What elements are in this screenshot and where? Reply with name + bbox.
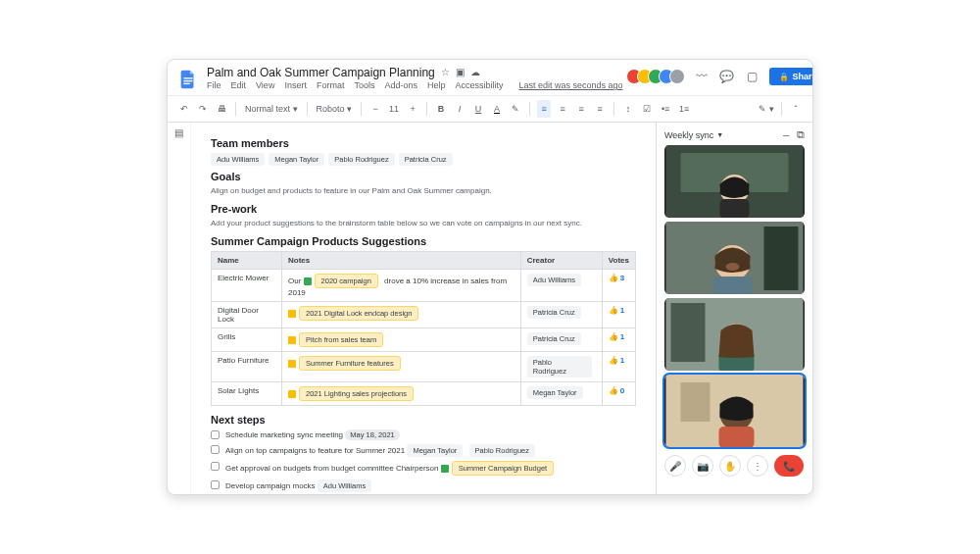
doc-link-chip[interactable]: Pitch from sales team bbox=[299, 332, 383, 347]
number-list-button[interactable]: 1≡ bbox=[677, 100, 691, 118]
vote-count[interactable]: 1 bbox=[609, 356, 629, 365]
doc-link-chip[interactable]: Summer Furniture features bbox=[299, 356, 401, 371]
doc-link-chip[interactable]: 2021 Lighting sales projections bbox=[299, 386, 414, 401]
star-icon[interactable]: ☆ bbox=[441, 68, 450, 77]
share-button[interactable]: Share bbox=[769, 68, 813, 85]
cell-notes: 2021 Lighting sales projections bbox=[282, 382, 521, 406]
align-justify-button[interactable]: ≡ bbox=[593, 100, 607, 118]
suggestions-table: NameNotesCreatorVotes Electric MowerOur … bbox=[211, 251, 636, 406]
person-chip[interactable]: Adu Williams bbox=[318, 479, 371, 492]
meet-icon[interactable]: ▢ bbox=[744, 68, 761, 85]
person-chip[interactable]: Pablo Rodriguez bbox=[469, 444, 535, 457]
checkbox[interactable] bbox=[211, 445, 220, 454]
checkbox[interactable] bbox=[211, 462, 220, 471]
cell-notes: 2021 Digital Lock endcap design bbox=[282, 302, 521, 328]
person-chip[interactable]: Patricia Cruz bbox=[399, 153, 453, 166]
text-color-button[interactable]: A bbox=[490, 100, 504, 118]
svg-rect-0 bbox=[183, 77, 192, 78]
chevron-down-icon[interactable]: ▼ bbox=[716, 131, 723, 138]
cell-notes: Summer Furniture features bbox=[282, 352, 521, 382]
more-button[interactable]: ⋮ bbox=[747, 455, 768, 477]
slides-icon bbox=[288, 360, 296, 368]
document-area[interactable]: Team members Adu WilliamsMegan TaylorPab… bbox=[191, 123, 656, 494]
menu-edit[interactable]: Edit bbox=[231, 80, 247, 90]
header-right: 〰 💬 ▢ Share bbox=[631, 66, 813, 87]
checklist-button[interactable]: ☑ bbox=[640, 100, 654, 118]
minimize-icon[interactable]: – bbox=[783, 128, 789, 141]
undo-button[interactable]: ↶ bbox=[177, 100, 191, 118]
align-left-button[interactable]: ≡ bbox=[537, 100, 551, 118]
heading-next: Next steps bbox=[211, 414, 636, 426]
hangup-button[interactable]: 📞 bbox=[774, 455, 804, 477]
app-window: Palm and Oak Summer Campaign Planning ☆ … bbox=[167, 59, 813, 495]
step-text: Align on top campaigns to feature for Su… bbox=[225, 444, 539, 457]
vote-count[interactable]: 0 bbox=[609, 386, 629, 395]
vote-count[interactable]: 1 bbox=[609, 306, 629, 315]
doc-link-chip[interactable]: 2021 Digital Lock endcap design bbox=[299, 306, 418, 321]
video-tile-2[interactable] bbox=[664, 222, 805, 294]
menu-accessibility[interactable]: Accessibility bbox=[455, 80, 503, 90]
camera-button[interactable]: 📷 bbox=[692, 455, 713, 477]
raise-hand-button[interactable]: ✋ bbox=[719, 455, 741, 477]
vote-count[interactable]: 1 bbox=[609, 332, 629, 341]
cloud-status-icon[interactable]: ☁ bbox=[470, 68, 480, 77]
menu-insert[interactable]: Insert bbox=[284, 80, 307, 90]
align-right-button[interactable]: ≡ bbox=[574, 100, 588, 118]
menu-view[interactable]: View bbox=[256, 80, 274, 90]
menu-add-ons[interactable]: Add-ons bbox=[384, 80, 417, 90]
person-chip[interactable]: Megan Taylor bbox=[527, 386, 583, 399]
menu-help[interactable]: Help bbox=[427, 80, 446, 90]
bullet-list-button[interactable]: •≡ bbox=[659, 100, 672, 118]
person-chip[interactable]: Adu Williams bbox=[527, 274, 581, 286]
mic-button[interactable]: 🎤 bbox=[664, 455, 686, 477]
italic-button[interactable]: I bbox=[453, 100, 466, 118]
last-edit-text[interactable]: Last edit was seconds ago bbox=[519, 80, 623, 90]
comments-icon[interactable]: 💬 bbox=[718, 68, 736, 85]
slides-icon bbox=[288, 336, 296, 344]
checkbox[interactable] bbox=[211, 430, 220, 439]
collapse-toolbar-button[interactable]: ˆ bbox=[789, 100, 803, 118]
doc-link-chip[interactable]: 2020 campaign bbox=[315, 274, 378, 288]
menu-format[interactable]: Format bbox=[317, 80, 345, 90]
person-chip[interactable]: Pablo Rodriguez bbox=[328, 153, 394, 166]
outline-toggle-icon[interactable]: ▤ bbox=[174, 127, 183, 138]
svg-point-11 bbox=[726, 263, 740, 271]
video-tile-1[interactable] bbox=[664, 145, 805, 218]
person-chip[interactable]: Megan Taylor bbox=[269, 153, 324, 166]
highlight-button[interactable]: ✎ bbox=[509, 100, 522, 118]
font-select[interactable]: Roboto ▾ bbox=[315, 104, 355, 114]
move-icon[interactable]: ▣ bbox=[456, 68, 465, 77]
underline-button[interactable]: U bbox=[471, 100, 485, 118]
vote-count[interactable]: 3 bbox=[609, 274, 629, 282]
font-size-plus[interactable]: + bbox=[406, 100, 419, 118]
collaborator-avatars[interactable] bbox=[631, 69, 685, 84]
person-chip[interactable]: Patricia Cruz bbox=[527, 306, 581, 319]
checkbox[interactable] bbox=[211, 480, 220, 489]
font-size-input[interactable]: 11 bbox=[387, 104, 401, 114]
print-button[interactable]: 🖶 bbox=[215, 100, 228, 118]
person-chip[interactable]: Patricia Cruz bbox=[527, 332, 581, 345]
line-spacing-button[interactable]: ↕ bbox=[621, 100, 635, 118]
history-icon[interactable]: 〰 bbox=[693, 68, 710, 85]
redo-button[interactable]: ↷ bbox=[196, 100, 210, 118]
person-chip[interactable]: Pablo Rodriguez bbox=[527, 356, 592, 378]
meet-title[interactable]: Weekly sync bbox=[664, 130, 713, 140]
menu-file[interactable]: File bbox=[207, 80, 221, 90]
checklist-item: Get approval on budgets from budget comm… bbox=[211, 461, 636, 476]
font-size-minus[interactable]: − bbox=[368, 100, 382, 118]
editing-mode-button[interactable]: ✎ ▾ bbox=[759, 100, 774, 118]
person-chip[interactable]: Megan Taylor bbox=[407, 444, 463, 457]
date-chip[interactable]: May 18, 2021 bbox=[345, 429, 399, 440]
popout-icon[interactable]: ⧉ bbox=[797, 128, 805, 141]
video-tile-4[interactable] bbox=[664, 375, 805, 447]
person-chip[interactable]: Adu Williams bbox=[211, 153, 265, 166]
video-tile-3[interactable] bbox=[664, 298, 805, 371]
bold-button[interactable]: B bbox=[434, 100, 448, 118]
style-select[interactable]: Normal text ▾ bbox=[243, 104, 300, 114]
menu-tools[interactable]: Tools bbox=[354, 80, 374, 90]
align-center-button[interactable]: ≡ bbox=[556, 100, 569, 118]
docs-logo-icon[interactable] bbox=[177, 68, 199, 91]
doc-link-chip[interactable]: Summer Campaign Budget bbox=[452, 461, 554, 476]
checklist-item: Develop campaign mocks Adu Williams bbox=[211, 479, 636, 492]
doc-title[interactable]: Palm and Oak Summer Campaign Planning bbox=[207, 66, 435, 79]
